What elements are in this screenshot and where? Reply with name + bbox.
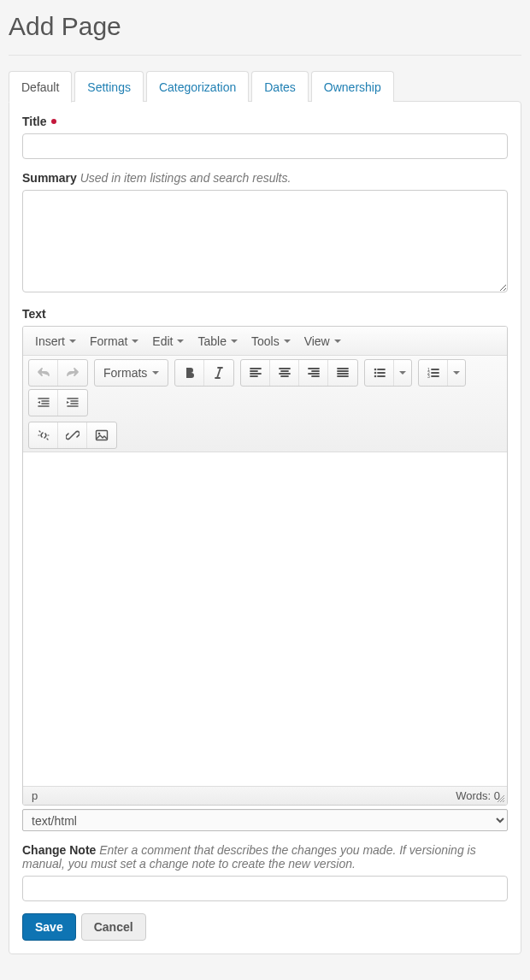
unlink-button[interactable] [29,422,58,448]
chevron-down-icon [284,339,291,343]
redo-button[interactable] [58,360,87,386]
tab-default[interactable]: Default [9,71,72,103]
editor-word-count: Words: 0 [456,789,500,802]
link-button[interactable] [58,422,87,448]
svg-text:3: 3 [427,374,430,379]
editor-statusbar: p Words: 0 [23,786,507,805]
save-button[interactable]: Save [22,913,76,941]
unlink-icon [37,428,50,442]
redo-icon [66,366,80,380]
tab-list: Default Settings Categorization Dates Ow… [9,71,521,102]
numbered-list-dropdown[interactable] [448,360,465,386]
summary-input[interactable] [22,190,508,292]
italic-icon [212,366,226,380]
resize-grip-icon[interactable] [497,794,505,803]
link-icon [66,428,80,442]
undo-icon [37,366,50,380]
bold-button[interactable] [175,360,204,386]
formats-label: Formats [103,366,147,380]
chevron-down-icon [231,339,238,343]
page-title: Add Page [9,12,521,41]
menu-table-label: Table [197,334,226,348]
menu-insert-label: Insert [35,334,65,348]
chevron-down-icon [453,371,460,375]
required-indicator-icon [51,119,56,124]
change-note-label-text: Change Note [22,843,96,857]
menu-format-label: Format [90,334,127,348]
svg-point-0 [374,369,377,371]
change-note-label: Change Note Enter a comment that describ… [22,843,508,871]
menu-tools-label: Tools [251,334,280,348]
outdent-button[interactable] [29,390,58,416]
cancel-button[interactable]: Cancel [81,913,146,941]
tab-settings[interactable]: Settings [74,71,144,102]
align-left-icon [249,366,262,380]
svg-point-7 [98,433,101,435]
text-label: Text [22,307,508,321]
mime-type-select[interactable]: text/html [22,809,508,831]
chevron-down-icon [399,371,406,375]
editor-content-area[interactable] [23,452,507,786]
align-center-button[interactable] [270,360,299,386]
align-justify-icon [336,366,350,380]
image-button[interactable] [87,422,116,448]
bullet-list-icon [373,366,386,380]
chevron-down-icon [152,371,159,375]
rich-text-editor: Insert Format Edit Table [22,326,508,806]
tab-dates[interactable]: Dates [251,71,309,102]
title-input[interactable] [22,133,508,159]
title-label-text: Title [22,115,47,128]
field-change-note: Change Note Enter a comment that describ… [22,843,508,901]
align-right-button[interactable] [299,360,328,386]
image-icon [95,428,109,442]
bullet-list-button[interactable] [365,360,394,386]
bullet-list-dropdown[interactable] [394,360,411,386]
form-actions: Save Cancel [22,913,508,941]
menu-view-label: View [304,334,330,348]
tab-ownership[interactable]: Ownership [311,71,394,102]
editor-toolbar: Formats [23,356,507,452]
bold-icon [183,366,197,380]
summary-help-text: Used in item listings and search results… [80,171,292,185]
field-text: Text Insert Format Edit [22,307,508,831]
field-title: Title [22,115,508,159]
editor-path[interactable]: p [32,789,38,802]
summary-label-text: Summary [22,171,77,185]
divider [9,55,521,56]
numbered-list-icon: 123 [427,366,440,380]
menu-edit[interactable]: Edit [145,329,191,353]
title-label: Title [22,115,508,128]
svg-point-1 [374,372,377,375]
align-right-icon [307,366,321,380]
text-label-text: Text [22,307,46,321]
indent-button[interactable] [58,390,87,416]
field-summary: Summary Used in item listings and search… [22,171,508,295]
numbered-list-button[interactable]: 123 [419,360,448,386]
indent-icon [66,396,80,410]
menu-insert[interactable]: Insert [28,329,83,353]
chevron-down-icon [334,339,341,343]
summary-label: Summary Used in item listings and search… [22,171,508,185]
change-note-input[interactable] [22,876,508,901]
chevron-down-icon [132,339,138,343]
outdent-icon [37,396,50,410]
menu-view[interactable]: View [297,329,348,353]
menu-edit-label: Edit [152,334,173,348]
align-justify-button[interactable] [328,360,357,386]
align-center-icon [278,366,292,380]
undo-button[interactable] [29,360,58,386]
tab-panel-default: Title Summary Used in item listings and … [9,101,521,954]
chevron-down-icon [69,339,76,343]
svg-point-2 [374,375,377,378]
menu-format[interactable]: Format [83,329,145,353]
align-left-button[interactable] [241,360,270,386]
formats-dropdown[interactable]: Formats [95,360,168,386]
chevron-down-icon [177,339,184,343]
editor-menubar: Insert Format Edit Table [23,327,507,356]
svg-rect-6 [97,431,108,440]
tab-categorization[interactable]: Categorization [146,71,249,102]
menu-table[interactable]: Table [191,329,244,353]
italic-button[interactable] [204,360,233,386]
menu-tools[interactable]: Tools [244,329,297,353]
